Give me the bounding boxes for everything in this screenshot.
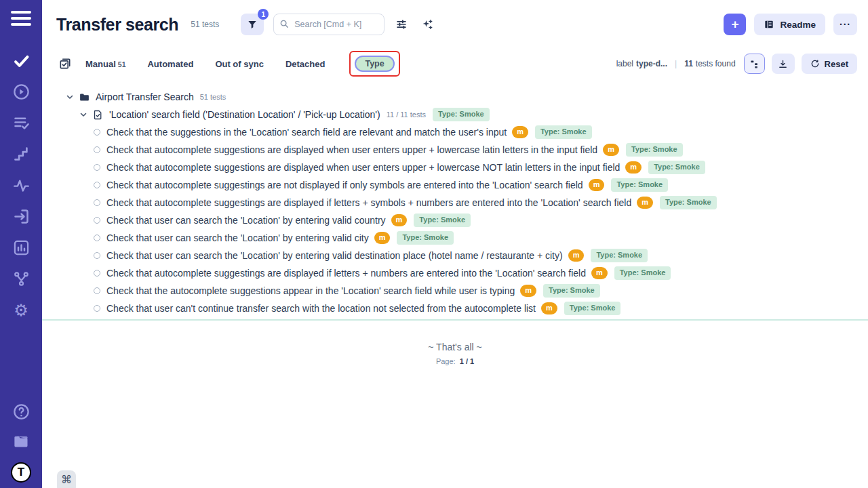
priority-badge: m xyxy=(374,232,391,243)
test-status-icon xyxy=(94,182,100,188)
tree-view-toggle-button[interactable] xyxy=(744,54,765,74)
priority-badge: m xyxy=(589,179,605,190)
label-prefix: label xyxy=(616,59,633,68)
test-title[interactable]: Check that autocomplete suggestings are … xyxy=(106,180,583,190)
suite-document-icon xyxy=(92,109,104,121)
analytics-chart-icon[interactable] xyxy=(12,239,31,257)
test-title[interactable]: Check that autocomplete suggestions are … xyxy=(106,144,597,155)
reset-button[interactable]: Reset xyxy=(802,54,857,74)
download-button[interactable] xyxy=(772,54,795,74)
projects-folder-icon[interactable] xyxy=(12,432,31,451)
test-status-icon xyxy=(94,129,100,136)
import-icon[interactable] xyxy=(12,207,31,226)
column-settings-icon[interactable] xyxy=(393,16,410,33)
page-value: 1 / 1 xyxy=(460,357,474,365)
tests-count: 51 tests xyxy=(191,20,219,29)
test-row[interactable]: Check that user can't continue transfer … xyxy=(42,300,868,317)
help-icon[interactable] xyxy=(12,403,31,421)
priority-badge: m xyxy=(591,267,608,279)
test-status-icon xyxy=(94,235,100,241)
test-title[interactable]: Check that autocomplete suggestings are … xyxy=(106,197,631,208)
test-title[interactable]: Check that user can search the 'Location… xyxy=(106,232,369,243)
search-icon xyxy=(279,19,289,31)
app-logo[interactable]: T xyxy=(11,462,31,483)
test-row[interactable]: Check that autocomplete suggestions are … xyxy=(42,141,868,159)
filter-button[interactable]: 1 xyxy=(241,14,264,35)
tab-manual-count: 51 xyxy=(118,60,126,68)
suite-type-badge: Type: Smoke xyxy=(433,108,490,121)
test-runs-icon[interactable] xyxy=(12,83,31,101)
type-badge: Type: Smoke xyxy=(543,284,600,297)
suite-name[interactable]: 'Location' search field ('Destination Lo… xyxy=(109,109,380,120)
refresh-icon xyxy=(810,59,820,68)
test-title[interactable]: Check that autocomplete suggestings are … xyxy=(106,268,586,279)
test-status-icon xyxy=(94,252,100,259)
search-box xyxy=(273,14,384,35)
test-row[interactable]: Check that autocomplete suggestings are … xyxy=(42,264,868,282)
test-status-icon xyxy=(94,287,100,294)
tab-out-of-sync[interactable]: Out of sync xyxy=(215,59,264,69)
test-status-icon xyxy=(94,305,100,312)
milestones-steps-icon[interactable] xyxy=(12,145,31,163)
review-list-icon[interactable] xyxy=(12,114,31,132)
tab-automated[interactable]: Automated xyxy=(147,59,193,69)
priority-badge: m xyxy=(637,197,653,208)
annotation-highlight-box: Type xyxy=(349,51,399,77)
chevron-down-icon[interactable] xyxy=(65,92,75,102)
type-badge: Type: Smoke xyxy=(564,302,621,314)
test-row[interactable]: Check that user can search the 'Location… xyxy=(42,247,868,264)
test-title[interactable]: Check that user can search the 'Location… xyxy=(106,215,386,226)
tests-check-icon[interactable] xyxy=(12,52,31,70)
funnel-icon xyxy=(247,19,258,30)
menu-icon[interactable] xyxy=(11,11,31,26)
test-row[interactable]: Check that the suggestions in the 'Locat… xyxy=(42,123,868,141)
chevron-down-icon[interactable] xyxy=(79,110,88,119)
integrations-fork-icon[interactable] xyxy=(12,270,31,288)
test-row[interactable]: Check that the autocomplete suggestions … xyxy=(42,282,868,300)
type-badge: Type: Smoke xyxy=(535,125,592,138)
activity-pulse-icon[interactable] xyxy=(12,176,31,195)
test-row[interactable]: Check that user can search the 'Location… xyxy=(42,229,868,247)
tab-manual[interactable]: Manual51 xyxy=(85,59,125,69)
ai-sparkles-icon[interactable] xyxy=(418,16,436,33)
settings-gear-icon[interactable]: ⚙ xyxy=(12,301,31,319)
priority-badge: m xyxy=(391,214,408,226)
priority-badge: m xyxy=(512,126,528,138)
priority-badge: m xyxy=(541,302,557,314)
test-status-icon xyxy=(94,217,100,224)
type-filter-chip[interactable]: Type xyxy=(355,56,394,72)
test-row[interactable]: Check that user can search the 'Location… xyxy=(42,211,868,229)
folder-row[interactable]: Airport Transfer Search 51 tests xyxy=(42,88,868,106)
suite-row[interactable]: 'Location' search field ('Destination Lo… xyxy=(42,106,868,123)
readme-button[interactable]: Readme xyxy=(754,14,825,35)
test-title[interactable]: Check that user can't continue transfer … xyxy=(106,303,536,314)
test-row[interactable]: Check that autocomplete suggestings are … xyxy=(42,176,868,194)
type-badge: Type: Smoke xyxy=(397,231,454,244)
type-badge: Type: Smoke xyxy=(591,249,648,262)
test-title[interactable]: Check that the autocomplete suggestions … xyxy=(106,285,515,296)
keyboard-shortcuts-button[interactable]: ⌘ xyxy=(57,470,76,488)
tests-found-count: 11 xyxy=(684,59,693,68)
test-status-icon xyxy=(94,146,100,153)
end-of-list-note: ~ That's all ~ xyxy=(42,342,868,352)
label-value: type-d... xyxy=(636,59,667,68)
folder-name[interactable]: Airport Transfer Search xyxy=(96,92,194,102)
priority-badge: m xyxy=(625,161,642,173)
create-test-button[interactable]: + xyxy=(724,14,746,35)
test-status-icon xyxy=(94,199,100,206)
test-row[interactable]: Check that autocomplete suggestings are … xyxy=(42,194,868,211)
tab-detached[interactable]: Detached xyxy=(285,59,326,69)
select-all-icon[interactable] xyxy=(58,57,72,70)
filter-tabs-row: Manual51 Automated Out of sync Detached … xyxy=(42,49,868,79)
test-title[interactable]: Check that autocomplete suggestions are … xyxy=(106,162,620,173)
book-icon xyxy=(764,19,774,30)
priority-badge: m xyxy=(568,249,585,261)
folder-count: 51 tests xyxy=(200,93,226,101)
priority-badge: m xyxy=(520,285,536,296)
test-title[interactable]: Check that the suggestions in the 'Locat… xyxy=(106,127,507,138)
folder-icon xyxy=(79,92,90,103)
search-input[interactable] xyxy=(273,14,384,35)
more-options-button[interactable]: ··· xyxy=(833,14,857,35)
test-row[interactable]: Check that autocomplete suggestions are … xyxy=(42,159,868,176)
test-title[interactable]: Check that user can search the 'Location… xyxy=(106,250,563,261)
